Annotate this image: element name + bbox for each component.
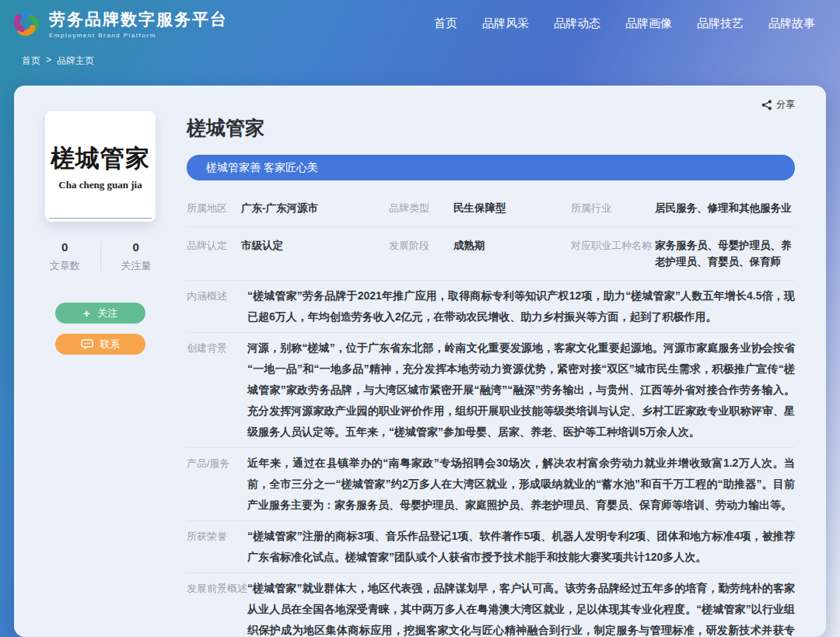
brand-logo-image: 槎城管家 Cha cheng guan jia	[45, 111, 156, 222]
follow-button-label: 关注	[97, 306, 117, 320]
info-label-occupations: 对应职业工种名称	[571, 237, 655, 254]
nav-item-brand-story[interactable]: 品牌故事	[768, 16, 815, 31]
brand-logo-cn-text: 槎城管家	[51, 142, 150, 175]
top-header: 劳务品牌数字服务平台 Employment Brand Platform 首页 …	[0, 0, 840, 47]
info-value-certification: 市级认定	[241, 237, 389, 254]
nav-item-brand-style[interactable]: 品牌风采	[482, 16, 529, 31]
brand-detail-content: 分享 槎城管家 槎城管家善 客家匠心美 所属地区 广东-广东河源市 品牌类型 民…	[187, 86, 826, 637]
info-row-1: 所属地区 广东-广东河源市 品牌类型 民生保障型 所属行业 居民服务、修理和其他…	[187, 190, 795, 227]
nav-item-brand-news[interactable]: 品牌动态	[554, 16, 600, 31]
info-value-region: 广东-广东河源市	[241, 200, 389, 216]
section-prospects: 发展前景概述 “槎城管家”就业群体大，地区代表强，品牌谋划早，客户认可高。该劳务…	[187, 573, 795, 637]
stat-followers-value: 0	[101, 240, 172, 254]
share-button[interactable]: 分享	[761, 98, 795, 111]
platform-brand[interactable]: 劳务品牌数字服务平台 Employment Brand Platform	[11, 8, 228, 39]
info-label-region: 所属地区	[187, 200, 241, 216]
info-value-stage: 成熟期	[453, 237, 571, 254]
contact-button[interactable]: 联系	[55, 334, 145, 355]
stat-followers: 0 关注量	[101, 240, 172, 273]
breadcrumb-separator: >	[46, 54, 51, 68]
section-products: 产品/服务 近年来，通过在县镇举办的“南粤家政”专场招聘会30场次，解决农村富余…	[187, 448, 795, 521]
stat-followers-label: 关注量	[101, 259, 172, 273]
stat-articles: 0 文章数	[30, 240, 100, 273]
platform-subtitle: Employment Brand Platform	[49, 32, 228, 39]
stat-articles-value: 0	[30, 240, 100, 254]
section-honors-text: “槎城管家”注册的商标3项、音乐作品登记1项、软件著作5项、机器人发明专利2项、…	[247, 526, 795, 568]
breadcrumb-current: 品牌主页	[57, 54, 94, 68]
section-prospects-label: 发展前景概述	[187, 578, 247, 637]
section-products-text: 近年来，通过在县镇举办的“南粤家政”专场招聘会30场次，解决农村富余劳动力就业并…	[247, 453, 795, 516]
info-row-2: 品牌认定 市级认定 发展阶段 成熟期 对应职业工种名称 家务服务员、母婴护理员、…	[187, 227, 795, 281]
section-honors: 所获荣誉 “槎城管家”注册的商标3项、音乐作品登记1项、软件著作5项、机器人发明…	[187, 521, 795, 573]
info-label-industry: 所属行业	[571, 200, 655, 216]
section-background-text: 河源，别称“槎城”，位于广东省东北部，岭南文化重要发源地，客家文化重要起源地。河…	[247, 338, 795, 443]
info-label-stage: 发展阶段	[389, 237, 453, 254]
nav-item-brand-skill[interactable]: 品牌技艺	[697, 16, 744, 31]
plus-icon: +	[83, 307, 90, 319]
section-honors-label: 所获荣誉	[187, 526, 247, 568]
platform-title: 劳务品牌数字服务平台	[49, 9, 228, 30]
stat-articles-label: 文章数	[30, 259, 100, 273]
section-prospects-text: “槎城管家”就业群体大，地区代表强，品牌谋划早，客户认可高。该劳务品牌经过五年多…	[247, 578, 795, 637]
section-background-label: 创建背景	[187, 338, 247, 443]
contact-button-label: 联系	[100, 338, 121, 352]
nav-item-home[interactable]: 首页	[434, 16, 457, 31]
breadcrumb: 首页 > 品牌主页	[0, 47, 840, 68]
brand-profile-card: 槎城管家 Cha cheng guan jia 0 文章数 0 关注量 + 关注	[14, 86, 826, 637]
brand-logo-en-text: Cha cheng guan jia	[58, 179, 142, 191]
breadcrumb-home[interactable]: 首页	[22, 54, 40, 68]
section-connotation: 内涵概述 “槎城管家”劳务品牌于2021年推广应用，取得商标专利等知识产权12项…	[187, 281, 795, 333]
main-nav: 首页 品牌风采 品牌动态 品牌画像 品牌技艺 品牌故事	[434, 16, 815, 31]
nav-item-brand-portrait[interactable]: 品牌画像	[625, 16, 672, 31]
share-icon	[761, 100, 772, 110]
profile-stats: 0 文章数 0 关注量	[30, 240, 171, 273]
section-background: 创建背景 河源，别称“槎城”，位于广东省东北部，岭南文化重要发源地，客家文化重要…	[187, 333, 795, 448]
info-value-industry: 居民服务、修理和其他服务业	[655, 200, 795, 216]
page-title: 槎城管家	[187, 115, 795, 141]
info-value-brand-type: 民生保障型	[453, 200, 571, 216]
follow-button[interactable]: + 关注	[55, 303, 145, 324]
share-label: 分享	[776, 98, 795, 111]
brand-slogan-banner: 槎城管家善 客家匠心美	[187, 155, 795, 180]
platform-logo-icon	[11, 8, 42, 39]
info-label-brand-type: 品牌类型	[389, 200, 453, 216]
section-connotation-label: 内涵概述	[187, 285, 247, 327]
info-label-certification: 品牌认定	[187, 237, 241, 254]
section-connotation-text: “槎城管家”劳务品牌于2021年推广应用，取得商标专利等知识产权12项，助力“槎…	[247, 285, 795, 327]
section-products-label: 产品/服务	[187, 453, 247, 516]
profile-sidebar: 槎城管家 Cha cheng guan jia 0 文章数 0 关注量 + 关注	[14, 86, 187, 637]
chat-bubble-icon	[81, 339, 93, 350]
info-value-occupations: 家务服务员、母婴护理员、养老护理员、育婴员、保育师	[655, 237, 795, 270]
